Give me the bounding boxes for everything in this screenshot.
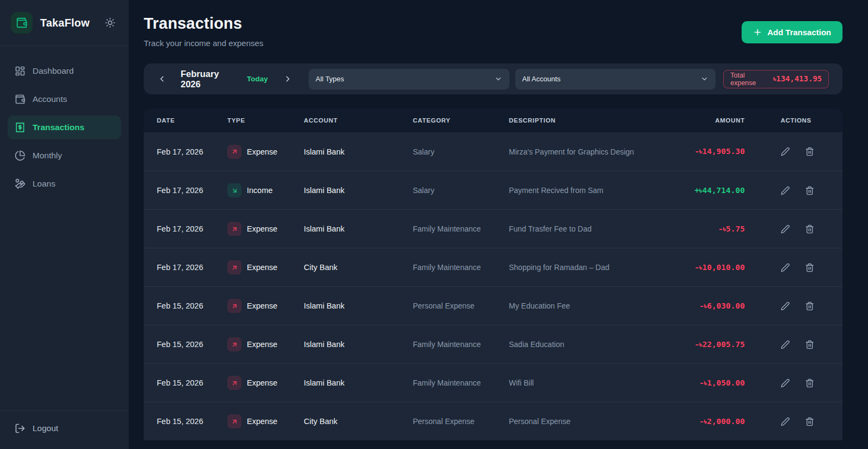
column-header-amount: AMOUNT — [667, 117, 764, 124]
actions-cell — [764, 302, 829, 311]
next-month-button[interactable] — [282, 73, 293, 85]
type-badge — [227, 222, 241, 236]
amount-cell: +৳44,714.00 — [667, 186, 764, 195]
type-badge — [227, 414, 241, 428]
type-filter-value: All Types — [316, 75, 344, 83]
type-badge — [227, 183, 241, 197]
type-cell: Income — [227, 183, 304, 197]
chevron-down-icon — [700, 75, 709, 83]
edit-button[interactable] — [781, 302, 790, 311]
type-label: Expense — [247, 224, 277, 233]
actions-cell — [764, 340, 829, 349]
column-header-actions: ACTIONS — [764, 117, 829, 124]
theme-toggle-button[interactable] — [103, 15, 118, 30]
type-label: Expense — [247, 340, 277, 349]
type-badge — [227, 145, 241, 159]
arrow-down-right-icon — [231, 187, 238, 194]
logout-icon — [15, 423, 25, 434]
date-cell: Feb 15, 2026 — [157, 340, 227, 349]
actions-cell — [764, 379, 829, 388]
column-header-category: CATEGORY — [413, 117, 509, 124]
edit-button[interactable] — [781, 186, 790, 195]
table-row: Feb 15, 2026 Expense Islami Bank Family … — [144, 325, 843, 363]
description-cell: Personal Expense — [509, 417, 667, 426]
table-row: Feb 15, 2026 Expense Islami Bank Persona… — [144, 286, 843, 325]
type-cell: Expense — [227, 299, 304, 313]
delete-button[interactable] — [805, 263, 814, 272]
date-cell: Feb 15, 2026 — [157, 417, 227, 426]
pie-chart-icon — [15, 150, 25, 161]
trash-icon — [805, 417, 814, 426]
sidebar-item-loans[interactable]: Loans — [8, 172, 121, 196]
description-cell: Wifi Bill — [509, 379, 667, 387]
arrow-up-right-icon — [231, 380, 238, 387]
type-cell: Expense — [227, 376, 304, 390]
trash-icon — [805, 147, 814, 156]
table-body: Feb 17, 2026 Expense Islami Bank Salary … — [144, 132, 843, 440]
sidebar-item-label: Monthly — [33, 151, 62, 161]
transactions-table: DATE TYPE ACCOUNT CATEGORY DESCRIPTION A… — [144, 108, 843, 440]
account-cell: Islami Bank — [304, 379, 413, 387]
category-cell: Salary — [413, 147, 509, 156]
edit-button[interactable] — [781, 340, 790, 349]
wallet-icon — [15, 94, 25, 105]
delete-button[interactable] — [805, 147, 814, 156]
type-badge — [227, 337, 241, 351]
amount-cell: -৳14,905.30 — [667, 147, 764, 156]
pencil-icon — [781, 263, 790, 272]
type-badge — [227, 260, 241, 274]
sidebar-item-transactions[interactable]: Transactions — [8, 116, 121, 139]
category-cell: Personal Expense — [413, 417, 509, 426]
date-cell: Feb 17, 2026 — [157, 263, 227, 272]
trash-icon — [805, 186, 814, 195]
edit-button[interactable] — [781, 263, 790, 272]
page-subtitle: Track your income and expenses — [144, 39, 263, 48]
pencil-icon — [781, 147, 790, 156]
delete-button[interactable] — [805, 224, 814, 234]
amount-cell: -৳22,005.75 — [667, 340, 764, 349]
table-row: Feb 17, 2026 Expense Islami Bank Salary … — [144, 132, 843, 171]
amount-cell: -৳5.75 — [667, 224, 764, 234]
receipt-dollar-icon — [15, 122, 25, 133]
column-header-date: DATE — [157, 117, 227, 124]
edit-button[interactable] — [781, 224, 790, 234]
app-logo — [11, 12, 33, 34]
add-transaction-button[interactable]: Add Transaction — [742, 21, 843, 43]
sidebar-item-label: Loans — [33, 179, 55, 189]
pencil-icon — [781, 417, 790, 426]
type-filter-select[interactable]: All Types — [309, 69, 509, 89]
arrow-up-right-icon — [231, 303, 238, 310]
type-label: Expense — [247, 379, 277, 387]
delete-button[interactable] — [805, 379, 814, 388]
sidebar: TakaFlow Dashboard Accounts Transactions — [0, 0, 129, 449]
table-row: Feb 17, 2026 Expense City Bank Family Ma… — [144, 248, 843, 286]
edit-button[interactable] — [781, 379, 790, 388]
account-filter-select[interactable]: All Accounts — [515, 69, 716, 89]
today-button[interactable]: Today — [247, 75, 268, 83]
delete-button[interactable] — [805, 340, 814, 349]
sidebar-item-accounts[interactable]: Accounts — [8, 87, 121, 111]
column-header-description: DESCRIPTION — [509, 117, 667, 124]
amount-cell: -৳2,000.00 — [667, 417, 764, 426]
actions-cell — [764, 417, 829, 426]
logout-button[interactable]: Logout — [15, 423, 118, 434]
delete-button[interactable] — [805, 417, 814, 426]
actions-cell — [764, 224, 829, 234]
edit-button[interactable] — [781, 417, 790, 426]
prev-month-button[interactable] — [156, 73, 168, 85]
app-title: TakaFlow — [40, 17, 103, 29]
delete-button[interactable] — [805, 186, 814, 195]
description-cell: Shopping for Ramadan – Dad — [509, 263, 667, 272]
arrow-up-right-icon — [231, 226, 238, 233]
account-cell: City Bank — [304, 417, 413, 426]
edit-button[interactable] — [781, 147, 790, 156]
type-badge — [227, 376, 241, 390]
type-badge — [227, 299, 241, 313]
type-cell: Expense — [227, 414, 304, 428]
sidebar-item-monthly[interactable]: Monthly — [8, 144, 121, 168]
sidebar-item-label: Dashboard — [33, 66, 74, 76]
delete-button[interactable] — [805, 302, 814, 311]
sidebar-item-dashboard[interactable]: Dashboard — [8, 59, 121, 83]
filter-bar: February 2026 Today All Types All Accoun… — [144, 63, 843, 94]
actions-cell — [764, 186, 829, 195]
